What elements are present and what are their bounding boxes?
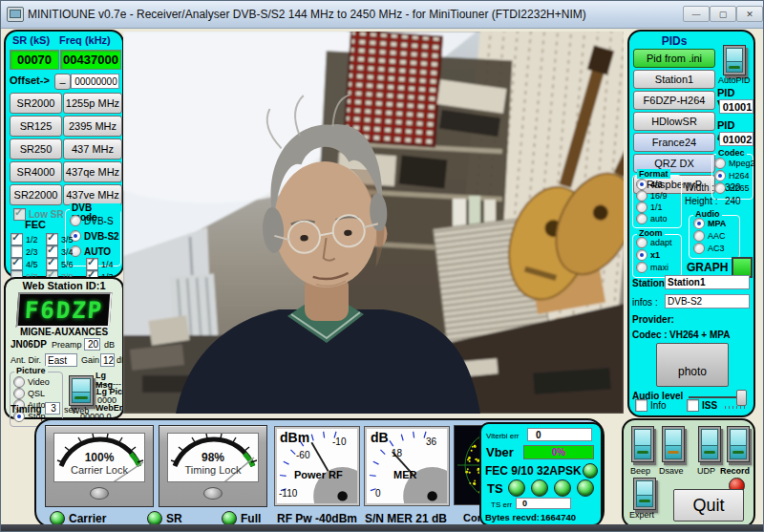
- fec-4-5-box[interactable]: [11, 258, 23, 270]
- radio-mpa[interactable]: MPA: [693, 218, 726, 229]
- radio-aac-dot[interactable]: [693, 230, 705, 242]
- radio-video-dot[interactable]: [13, 376, 25, 388]
- iss-checkbox[interactable]: ISS: [687, 399, 717, 412]
- preamp-field[interactable]: 20: [84, 338, 100, 351]
- ts-led-1: [508, 479, 525, 497]
- fec-1-2-box[interactable]: [11, 233, 23, 245]
- preset-437-button[interactable]: 437 MHz: [63, 138, 122, 160]
- title-bar[interactable]: MINITIOUNE v0.7e - Receiver/Analyser DVB…: [1, 1, 764, 29]
- radio-4-3-dot[interactable]: [636, 179, 647, 190]
- radio-auto-fmt[interactable]: auto: [636, 213, 668, 224]
- fec-4-5-label: 4/5: [26, 260, 38, 269]
- viterbi-label: Viterbi err: [486, 432, 520, 440]
- radio-mpa-dot[interactable]: [693, 218, 705, 229]
- info-checkbox[interactable]: Info: [635, 399, 667, 412]
- ts-label: TS: [487, 481, 503, 496]
- radio-16-9-dot[interactable]: [636, 190, 647, 202]
- gain-field[interactable]: 12: [100, 353, 115, 367]
- radio-mpeg2[interactable]: Mpeg2: [714, 158, 755, 169]
- radio-dvbs-dot[interactable]: [70, 215, 81, 226]
- minitioune-window: MINITIOUNE v0.7e - Receiver/Analyser DVB…: [0, 0, 764, 532]
- preset-sr125-button[interactable]: SR125: [10, 116, 62, 137]
- radio-h264[interactable]: H264: [714, 170, 750, 181]
- web-toggle-switch[interactable]: [69, 375, 94, 406]
- record-switch[interactable]: [727, 426, 750, 462]
- pids-title: PIDs: [629, 34, 719, 48]
- dsave-switch[interactable]: [662, 426, 685, 462]
- preset-sr2000-button[interactable]: SR2000: [10, 93, 62, 114]
- expert-switch[interactable]: [633, 478, 656, 510]
- info-checkbox-label: Info: [650, 400, 667, 411]
- udp-switch[interactable]: [698, 426, 721, 462]
- preset-1255-button[interactable]: 1255p MHz: [63, 93, 122, 114]
- close-button[interactable]: ✕: [736, 6, 763, 22]
- gain-label: Gain: [81, 355, 99, 365]
- pid-from-ini-button[interactable]: Pid from .ini: [633, 49, 715, 68]
- radio-ac3[interactable]: AC3: [693, 243, 725, 254]
- radio-aac[interactable]: AAC: [693, 230, 726, 242]
- info-checkbox-box[interactable]: [635, 399, 647, 412]
- freq-value-field[interactable]: 00437000: [60, 50, 121, 70]
- offset-field[interactable]: 00000000: [71, 74, 119, 89]
- sr-value-field[interactable]: 00070: [10, 50, 59, 70]
- radio-mpeg2-dot[interactable]: [714, 158, 726, 169]
- radio-x1[interactable]: x1: [636, 249, 660, 261]
- timing-field[interactable]: 3: [45, 402, 60, 415]
- infos-field[interactable]: DVB-S2: [665, 294, 750, 309]
- mer-min: 0: [375, 488, 381, 499]
- pid-audio-field[interactable]: 01002: [719, 132, 753, 146]
- autopid-icon[interactable]: [723, 45, 746, 75]
- preset-sr4000-button[interactable]: SR4000: [10, 161, 62, 182]
- offset-minus-button[interactable]: –: [54, 74, 71, 90]
- rf-caption: RF Pw -40dBm: [277, 512, 357, 525]
- preset-sr22000-button[interactable]: SR22000: [10, 184, 62, 205]
- radio-dvbs2[interactable]: DVB-S2: [70, 230, 119, 242]
- radio-adapt-dot[interactable]: [636, 237, 647, 248]
- radio-1-1[interactable]: 1/1: [636, 202, 663, 213]
- radio-1-1-dot[interactable]: [636, 202, 647, 213]
- radio-maxi[interactable]: maxi: [636, 262, 668, 273]
- radio-16-9[interactable]: 16/9: [636, 190, 668, 202]
- beep-switch[interactable]: [631, 426, 654, 462]
- minimize-button[interactable]: —: [683, 6, 710, 22]
- station1-button[interactable]: Station1: [633, 70, 715, 89]
- f6dzp-h264-button[interactable]: F6DZP-H264: [633, 91, 715, 110]
- radio-qsl-dot[interactable]: [13, 388, 25, 399]
- slider-ticks: [725, 406, 748, 409]
- preset-2395-button[interactable]: 2395 MHz: [63, 116, 122, 137]
- ts-led-4: [577, 479, 594, 497]
- pid-video-field[interactable]: 01001: [719, 99, 753, 114]
- dsave-label: Dsave: [659, 466, 684, 476]
- radio-auto-fmt-dot[interactable]: [636, 213, 647, 224]
- fec-1-2[interactable]: 1/2: [11, 233, 38, 245]
- radio-ac3-dot[interactable]: [693, 243, 705, 254]
- radio-dvbs[interactable]: DVB-S: [70, 215, 114, 226]
- radio-4-3[interactable]: 4/3: [636, 179, 663, 190]
- radio-maxi-dot[interactable]: [636, 262, 647, 273]
- ant-dir-field[interactable]: East: [45, 353, 77, 367]
- hdlowsr-button[interactable]: HDlowSR: [633, 112, 715, 131]
- iss-checkbox-box[interactable]: [687, 399, 699, 412]
- radio-1-1-label: 1/1: [650, 202, 663, 212]
- station-field[interactable]: Station1: [665, 275, 750, 289]
- radio-video[interactable]: Video: [13, 376, 50, 388]
- quit-button[interactable]: Quit: [673, 489, 744, 521]
- radio-h264-dot[interactable]: [714, 170, 726, 181]
- fec-4-5[interactable]: 4/5: [11, 258, 38, 270]
- taskbar[interactable]: [1, 524, 764, 532]
- france24-button[interactable]: France24: [633, 133, 715, 152]
- radio-16-9-label: 16/9: [650, 191, 668, 201]
- radio-qsl[interactable]: QSL: [13, 388, 45, 399]
- preset-sr250-button[interactable]: SR250: [10, 138, 62, 160]
- audio-level-thumb[interactable]: [736, 390, 747, 406]
- vber-bar: 0%: [523, 445, 594, 459]
- mer-unit: dB: [371, 430, 389, 445]
- radio-adapt[interactable]: adapt: [636, 237, 672, 248]
- maximize-button[interactable]: ▢: [710, 6, 736, 22]
- fec-2-3-label: 2/3: [26, 247, 38, 257]
- preset-437qe-button[interactable]: 437qe MHz: [63, 161, 122, 182]
- photo-button[interactable]: photo: [656, 343, 729, 387]
- audio-group: Audio MPA AAC AC3: [689, 215, 740, 259]
- radio-h264-label: H264: [729, 171, 750, 181]
- radio-x1-dot[interactable]: [636, 249, 647, 261]
